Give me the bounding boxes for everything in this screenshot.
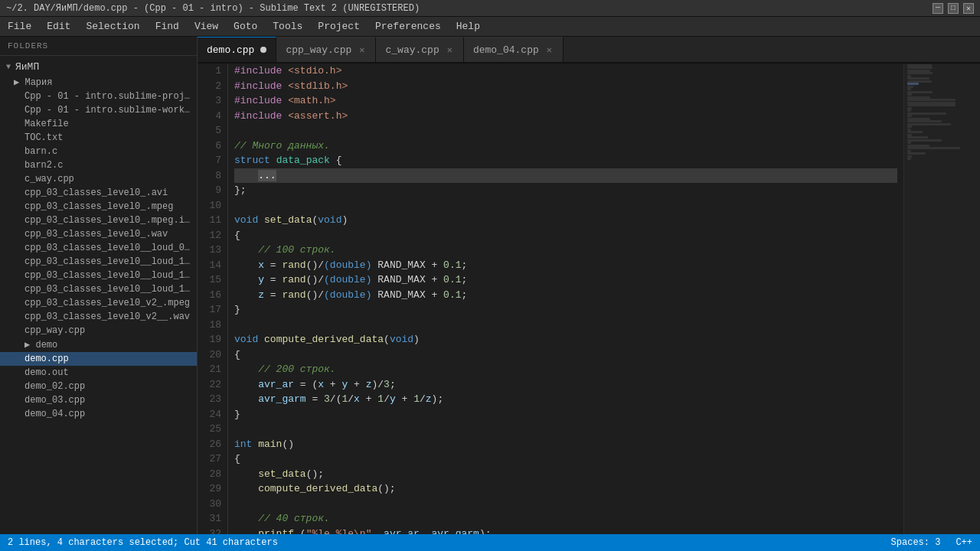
minimap-line [907, 77, 929, 80]
sidebar-file-23[interactable]: demo_03.cpp [0, 393, 197, 407]
sidebar-content[interactable]: ▼ЯиМП▶ МарияCpp - 01 - intro.sublime-pro… [0, 56, 197, 534]
sidebar-root-title[interactable]: ▼ЯиМП [0, 59, 197, 75]
minimap-line [907, 123, 951, 126]
menu-item-find[interactable]: Find [148, 17, 187, 36]
minimap-line [907, 152, 926, 155]
menu-item-help[interactable]: Help [449, 17, 488, 36]
code-line-10 [234, 198, 897, 214]
line-number-19: 19 [204, 332, 221, 347]
close-button[interactable]: ✕ [963, 3, 974, 14]
statusbar: 2 lines, 4 characters selected; Cut 41 c… [0, 534, 980, 551]
minimap[interactable] [903, 64, 980, 534]
statusbar-left: 2 lines, 4 characters selected; Cut 41 c… [8, 537, 278, 548]
code-line-3: #include <math.h> [234, 93, 897, 109]
sidebar-file-24[interactable]: demo_04.cpp [0, 407, 197, 421]
minimap-line [907, 93, 912, 96]
main-layout: FOLDERS ▼ЯиМП▶ МарияCpp - 01 - intro.sub… [0, 37, 980, 534]
sidebar-file-5[interactable]: barn.c [0, 145, 197, 158]
sidebar-file-17[interactable]: cpp_03_classes_level0_v2__.wav [0, 310, 197, 324]
line-number-25: 25 [204, 422, 221, 437]
code-line-31: // 40 строк. [234, 511, 897, 527]
line-number-9: 9 [204, 183, 221, 198]
tab-label: demo_04.cpp [473, 44, 539, 56]
sidebar-file-4[interactable]: TOC.txt [0, 131, 197, 145]
menu-item-view[interactable]: View [187, 17, 226, 36]
minimap-line [907, 115, 912, 117]
tabbar: demo.cppcpp_way.cpp✕c_way.cpp✕demo_04.cp… [198, 37, 980, 64]
line-number-14: 14 [204, 258, 221, 273]
code-line-2: #include <stdlib.h> [234, 79, 897, 94]
sidebar-file-11[interactable]: cpp_03_classes_level0_.wav [0, 227, 197, 241]
sidebar-file-16[interactable]: cpp_03_classes_level0_v2_.mpeg [0, 296, 197, 310]
sidebar-file-9[interactable]: cpp_03_classes_level0_.mpeg [0, 200, 197, 214]
sidebar-file-8[interactable]: cpp_03_classes_level0_.avi [0, 186, 197, 200]
minimap-line [907, 120, 942, 122]
code-line-28: set_data(); [234, 467, 897, 482]
sidebar-file-22[interactable]: demo_02.cpp [0, 380, 197, 393]
minimap-line [907, 104, 956, 106]
menu-item-selection[interactable]: Selection [78, 17, 147, 36]
code-line-32: printf ("%le %le\n", avr_ar, avr_garm); [234, 527, 897, 535]
sidebar-file-13[interactable]: cpp_03_classes_level0__loud_10.wav [0, 255, 197, 269]
tab-demo-cpp[interactable]: demo.cpp [198, 37, 276, 62]
sidebar-folder-0[interactable]: ▶ Мария [0, 75, 197, 90]
line-number-24: 24 [204, 407, 221, 422]
menu-item-edit[interactable]: Edit [39, 17, 78, 36]
sidebar-header: FOLDERS [0, 37, 197, 56]
line-number-27: 27 [204, 452, 221, 467]
sidebar-file-1[interactable]: Cpp - 01 - intro.sublime-project [0, 90, 197, 103]
line-numbers: 1234567891011121314151617181920212223242… [198, 64, 228, 534]
tab-cpp_way-cpp[interactable]: cpp_way.cpp✕ [276, 37, 376, 62]
sidebar-file-12[interactable]: cpp_03_classes_level0__loud_08.wav [0, 241, 197, 255]
minimize-button[interactable]: ─ [933, 3, 943, 14]
tab-close-button[interactable]: ✕ [358, 44, 366, 57]
tab-demo_04-cpp[interactable]: demo_04.cpp✕ [464, 37, 564, 62]
minimap-line [907, 136, 928, 139]
sidebar: FOLDERS ▼ЯиМП▶ МарияCpp - 01 - intro.sub… [0, 37, 198, 534]
line-number-20: 20 [204, 347, 221, 363]
menu-item-preferences[interactable]: Preferences [368, 17, 449, 36]
menu-item-file[interactable]: File [0, 17, 39, 36]
editor-content[interactable]: 1234567891011121314151617181920212223242… [198, 64, 903, 534]
sidebar-file-20[interactable]: demo.cpp [0, 352, 197, 366]
sidebar-file-6[interactable]: barn2.c [0, 158, 197, 172]
code-line-27: { [234, 452, 897, 467]
editor-area: demo.cppcpp_way.cpp✕c_way.cpp✕demo_04.cp… [198, 37, 980, 534]
code-area[interactable]: #include <stdio.h>#include <stdlib.h>#in… [228, 64, 903, 534]
sidebar-file-14[interactable]: cpp_03_classes_level0__loud_12.wav [0, 269, 197, 282]
minimap-line [907, 88, 911, 90]
maximize-button[interactable]: □ [948, 3, 959, 14]
tab-close-button[interactable]: ✕ [545, 44, 554, 57]
line-number-32: 32 [204, 527, 221, 535]
code-line-21: // 200 строк. [234, 362, 897, 377]
sidebar-file-15[interactable]: cpp_03_classes_level0__loud_15.wav [0, 282, 197, 296]
sidebar-folder-19[interactable]: ▶ demo [0, 337, 197, 352]
sidebar-file-10[interactable]: cpp_03_classes_level0_.mpeg.idx [0, 214, 197, 227]
line-number-7: 7 [204, 153, 221, 168]
menu-item-project[interactable]: Project [310, 17, 368, 36]
minimap-line [907, 99, 956, 101]
sidebar-file-21[interactable]: demo.out [0, 366, 197, 380]
code-line-22: avr_ar = (x + y + z)/3; [234, 377, 897, 393]
minimap-line [907, 67, 933, 69]
code-line-20: { [234, 347, 897, 363]
code-line-12: { [234, 228, 897, 243]
menu-item-tools[interactable]: Tools [265, 17, 310, 36]
sidebar-file-2[interactable]: Cpp - 01 - intro.sublime-workspace [0, 103, 197, 117]
tab-c_way-cpp[interactable]: c_way.cpp✕ [376, 37, 463, 62]
code-line-6: // Много данных. [234, 139, 897, 154]
code-line-15: y = rand()/(double) RAND_MAX + 0.1; [234, 272, 897, 288]
code-line-4: #include <assert.h> [234, 109, 897, 124]
sidebar-file-18[interactable]: cpp_way.cpp [0, 324, 197, 337]
code-line-11: void set_data(void) [234, 213, 897, 228]
tab-close-button[interactable]: ✕ [446, 44, 454, 57]
minimap-line [907, 126, 912, 128]
sidebar-file-7[interactable]: c_way.cpp [0, 172, 197, 186]
menu-item-goto[interactable]: Goto [226, 17, 265, 36]
minimap-line [907, 109, 911, 112]
titlebar: ~/2. DAY/ЯиМП/demo.cpp - (Cpp - 01 - int… [0, 0, 980, 17]
code-line-16: z = rand()/(double) RAND_MAX + 0.1; [234, 288, 897, 303]
titlebar-controls: ─ □ ✕ [933, 3, 974, 14]
code-line-24: } [234, 407, 897, 422]
sidebar-file-3[interactable]: Makefile [0, 117, 197, 131]
